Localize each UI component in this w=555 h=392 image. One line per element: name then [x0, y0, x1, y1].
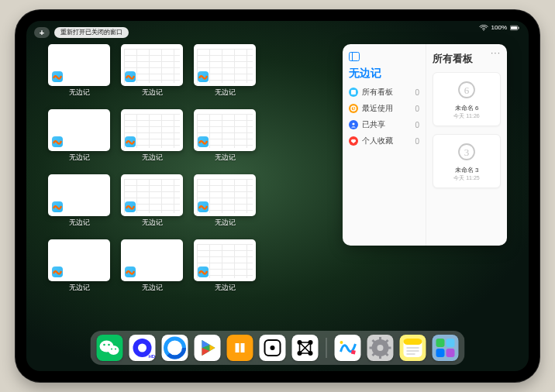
svg-point-36 — [340, 341, 343, 344]
category-count: 0 — [415, 121, 419, 129]
svg-point-17 — [111, 349, 112, 350]
thumb-label: 无边记 — [69, 88, 90, 98]
category-label: 所有看板 — [362, 87, 393, 98]
battery-pct: 100% — [491, 24, 507, 31]
dock-qqbrowser-icon[interactable] — [162, 335, 188, 361]
category-label: 已共享 — [362, 119, 385, 130]
freeform-app-icon — [125, 71, 136, 82]
wifi-icon — [479, 25, 488, 31]
svg-rect-4 — [350, 53, 360, 61]
thumb-label: 无边记 — [142, 153, 163, 163]
category-count: 0 — [415, 88, 419, 97]
thumb-label: 无边记 — [69, 283, 90, 293]
svg-point-18 — [115, 349, 116, 350]
svg-rect-54 — [446, 339, 455, 347]
thumb-label: 无边记 — [215, 218, 236, 228]
app-switcher-thumb[interactable]: 无边记 — [121, 109, 183, 167]
svg-rect-3 — [519, 26, 519, 29]
app-switcher-thumb[interactable]: 无边记 — [48, 174, 110, 232]
panel-category-list: 所有看板0最近使用0已共享0个人收藏0 — [349, 87, 419, 146]
svg-rect-56 — [446, 349, 455, 357]
freeform-panel: ··· 无边记 所有看板0最近使用0已共享0个人收藏0 所有看板 6未命名 6今… — [343, 44, 507, 246]
category-label: 个人收藏 — [362, 136, 393, 146]
app-switcher-thumb[interactable]: 无边记 — [48, 239, 110, 297]
board-list: 6未命名 6今天 11:263未命名 3今天 11:25 — [433, 72, 501, 188]
svg-point-16 — [108, 344, 110, 346]
window-preview — [48, 44, 110, 86]
panel-category-item[interactable]: 已共享0 — [349, 119, 419, 130]
svg-line-44 — [373, 340, 376, 343]
svg-point-30 — [271, 346, 275, 350]
category-icon — [349, 136, 358, 146]
svg-text:6: 6 — [464, 84, 470, 96]
reopen-closed-window-pill[interactable]: 重新打开已关闭的窗口 — [54, 27, 129, 38]
dock-books-icon[interactable] — [227, 335, 253, 361]
board-card[interactable]: 3未命名 3今天 11:25 — [433, 134, 501, 188]
svg-line-47 — [373, 352, 376, 356]
thumb-label: 无边记 — [69, 218, 90, 228]
category-count: 0 — [415, 137, 419, 146]
more-icon[interactable]: ··· — [491, 47, 501, 58]
panel-content: 所有看板 6未命名 6今天 11:263未命名 3今天 11:25 — [426, 44, 507, 246]
window-preview — [121, 109, 183, 151]
freeform-app-icon — [198, 266, 209, 277]
app-switcher-thumb[interactable]: 无边记 — [121, 44, 183, 101]
window-preview — [194, 109, 256, 151]
dock-quark-icon[interactable]: HD — [129, 335, 156, 361]
dock-dice-icon[interactable] — [260, 335, 286, 361]
panel-category-item[interactable]: 所有看板0 — [349, 87, 419, 98]
dock-freeform-icon[interactable] — [335, 335, 361, 361]
window-preview — [121, 239, 183, 281]
svg-point-20 — [138, 344, 147, 352]
freeform-app-icon — [52, 201, 63, 212]
freeform-app-icon — [198, 71, 209, 82]
battery-icon — [510, 25, 519, 31]
thumb-label: 无边记 — [142, 283, 163, 293]
svg-rect-6 — [351, 90, 356, 95]
svg-rect-2 — [511, 26, 517, 29]
board-date: 今天 11:26 — [453, 112, 479, 120]
ipad-frame: 100% + 重新打开已关闭的窗口 无边记无边记无边记无边记无边记无边记无边记无… — [16, 10, 539, 382]
svg-line-45 — [385, 352, 388, 356]
svg-point-15 — [103, 344, 105, 346]
window-preview — [48, 109, 110, 151]
thumb-label: 无边记 — [142, 88, 163, 98]
app-switcher-thumb[interactable]: 无边记 — [194, 174, 256, 232]
app-switcher-thumb[interactable]: 无边记 — [194, 109, 256, 167]
panel-sidebar: 无边记 所有看板0最近使用0已共享0个人收藏0 — [343, 44, 426, 246]
dock-wechat-icon[interactable] — [97, 335, 123, 361]
category-icon — [349, 88, 358, 97]
svg-point-39 — [377, 345, 384, 351]
window-preview — [48, 174, 110, 216]
panel-category-item[interactable]: 个人收藏0 — [349, 136, 419, 146]
app-switcher-thumb[interactable]: 无边记 — [48, 109, 110, 167]
svg-rect-37 — [351, 350, 356, 355]
dock-folder-icon[interactable] — [433, 335, 459, 361]
app-switcher-thumb[interactable]: 无边记 — [121, 174, 183, 232]
dock-graph-icon[interactable] — [292, 335, 319, 361]
panel-category-item[interactable]: 最近使用0 — [349, 103, 419, 114]
svg-rect-55 — [436, 349, 445, 357]
dock-notes-icon[interactable] — [400, 335, 426, 361]
app-switcher-thumb[interactable]: 无边记 — [194, 239, 256, 297]
new-window-button[interactable]: + — [34, 27, 50, 38]
svg-point-14 — [109, 346, 119, 355]
svg-line-46 — [385, 340, 388, 343]
svg-rect-49 — [404, 339, 422, 345]
board-card[interactable]: 6未命名 6今天 11:26 — [433, 72, 501, 126]
board-sketch: 3 — [453, 141, 480, 164]
dock-play-icon[interactable] — [195, 335, 221, 361]
sidebar-icon[interactable] — [349, 52, 419, 64]
panel-left-title: 无边记 — [349, 67, 419, 81]
dock-separator — [326, 338, 327, 358]
app-switcher-thumb[interactable]: 无边记 — [121, 239, 183, 297]
app-switcher-thumb[interactable]: 无边记 — [194, 44, 256, 101]
board-name: 未命名 3 — [455, 166, 479, 174]
window-preview — [194, 44, 256, 86]
app-switcher-thumb[interactable]: 无边记 — [48, 44, 110, 101]
category-icon — [349, 104, 358, 113]
thumb-label: 无边记 — [215, 88, 236, 98]
dock-settings-icon[interactable] — [367, 335, 394, 361]
window-preview — [121, 44, 183, 86]
freeform-app-icon — [198, 201, 209, 212]
